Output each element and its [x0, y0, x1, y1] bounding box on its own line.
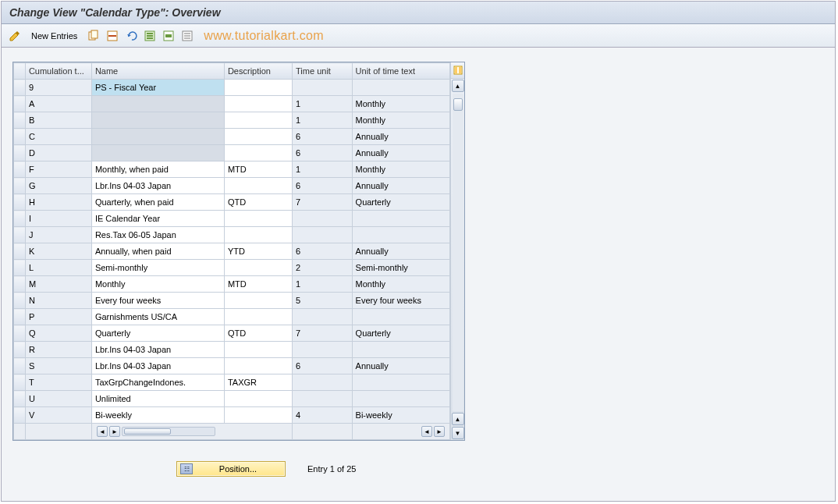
cell-name[interactable]: Garnishments US/CA [91, 309, 224, 325]
cell-name[interactable] [91, 129, 224, 145]
table-row[interactable]: 9PS - Fiscal Year [14, 80, 450, 96]
row-selector[interactable] [14, 145, 26, 161]
table-row[interactable]: D6Annually [14, 145, 450, 161]
row-selector[interactable] [14, 293, 26, 309]
row-selector[interactable] [14, 309, 26, 325]
col-unit-of-time-text[interactable]: Unit of time text [352, 63, 449, 80]
cell-description[interactable] [224, 227, 292, 243]
table-row[interactable]: MMonthlyMTD1Monthly [14, 276, 450, 293]
cell-unit-of-time-text[interactable]: Quarterly [352, 194, 449, 211]
select-block-icon[interactable] [162, 29, 176, 43]
col-cumulation[interactable]: Cumulation t... [25, 63, 91, 80]
cell-time-unit[interactable] [293, 80, 353, 96]
row-selector[interactable] [14, 407, 26, 424]
cell-description[interactable]: TAXGR [224, 374, 292, 391]
cell-name[interactable] [91, 112, 224, 129]
cell-time-unit[interactable]: 5 [293, 293, 353, 309]
cell-name[interactable]: Res.Tax 06-05 Japan [91, 227, 224, 243]
delete-icon[interactable] [105, 29, 119, 43]
cell-unit-of-time-text[interactable]: Bi-weekly [352, 407, 449, 424]
hscroll2-right-button[interactable]: ► [434, 426, 445, 437]
hscroll2-left-button[interactable]: ◄ [421, 426, 432, 437]
cell-cumulation[interactable]: B [25, 112, 91, 129]
cell-cumulation[interactable]: D [25, 145, 91, 161]
cell-description[interactable]: MTD [224, 161, 292, 178]
cell-time-unit[interactable]: 6 [293, 243, 353, 260]
cell-unit-of-time-text[interactable] [352, 391, 449, 407]
cell-description[interactable] [224, 178, 292, 194]
cell-time-unit[interactable]: 6 [293, 178, 353, 194]
cell-cumulation[interactable]: K [25, 243, 91, 260]
cell-description[interactable] [224, 407, 292, 424]
hscroll-track[interactable] [122, 427, 215, 436]
vscroll-thumb[interactable] [453, 98, 463, 111]
undo-icon[interactable] [124, 29, 138, 43]
cell-description[interactable] [224, 112, 292, 129]
select-all-icon[interactable] [143, 29, 157, 43]
col-time-unit[interactable]: Time unit [293, 63, 353, 80]
cell-description[interactable]: YTD [224, 243, 292, 260]
row-selector[interactable] [14, 227, 26, 243]
cell-unit-of-time-text[interactable] [352, 227, 449, 243]
cell-unit-of-time-text[interactable]: Semi-monthly [352, 260, 449, 276]
row-selector[interactable] [14, 96, 26, 112]
row-selector[interactable] [14, 194, 26, 211]
cell-description[interactable] [224, 342, 292, 358]
cell-unit-of-time-text[interactable]: Annually [352, 243, 449, 260]
cell-name[interactable]: Annually, when paid [91, 243, 224, 260]
cell-cumulation[interactable]: G [25, 178, 91, 194]
cell-time-unit[interactable]: 6 [293, 145, 353, 161]
cell-name[interactable]: Monthly, when paid [91, 161, 224, 178]
row-selector[interactable] [14, 342, 26, 358]
cell-cumulation[interactable]: I [25, 211, 91, 227]
cell-cumulation[interactable]: T [25, 374, 91, 391]
row-selector[interactable] [14, 325, 26, 342]
table-row[interactable]: PGarnishments US/CA [14, 309, 450, 325]
table-row[interactable]: TTaxGrpChangeIndones.TAXGR [14, 374, 450, 391]
table-row[interactable]: HQuarterly, when paidQTD7Quarterly [14, 194, 450, 211]
table-row[interactable]: KAnnually, when paidYTD6Annually [14, 243, 450, 260]
row-selector[interactable] [14, 178, 26, 194]
cell-cumulation[interactable]: C [25, 129, 91, 145]
cell-cumulation[interactable]: V [25, 407, 91, 424]
table-row[interactable]: JRes.Tax 06-05 Japan [14, 227, 450, 243]
data-grid[interactable]: Cumulation t... Name Description Time un… [13, 62, 450, 440]
row-selector[interactable] [14, 161, 26, 178]
cell-name[interactable]: Every four weeks [91, 293, 224, 309]
cell-time-unit[interactable] [293, 342, 353, 358]
table-row[interactable]: LSemi-monthly2Semi-monthly [14, 260, 450, 276]
cell-time-unit[interactable] [293, 309, 353, 325]
configure-columns-icon[interactable] [450, 62, 464, 79]
cell-unit-of-time-text[interactable]: Annually [352, 178, 449, 194]
position-button[interactable]: ☷ Position... [176, 461, 286, 477]
table-row[interactable]: GLbr.Ins 04-03 Japan6Annually [14, 178, 450, 194]
cell-cumulation[interactable]: A [25, 96, 91, 112]
cell-time-unit[interactable]: 6 [293, 358, 353, 374]
cell-description[interactable] [224, 129, 292, 145]
cell-unit-of-time-text[interactable] [352, 374, 449, 391]
cell-unit-of-time-text[interactable]: Monthly [352, 96, 449, 112]
cell-time-unit[interactable] [293, 391, 353, 407]
cell-time-unit[interactable] [293, 374, 353, 391]
cell-time-unit[interactable]: 7 [293, 325, 353, 342]
hscroll-right-button[interactable]: ► [109, 426, 120, 437]
cell-name[interactable]: Quarterly [91, 325, 224, 342]
cell-cumulation[interactable]: F [25, 161, 91, 178]
cell-name[interactable] [91, 145, 224, 161]
cell-cumulation[interactable]: U [25, 391, 91, 407]
hscroll-thumb[interactable] [124, 428, 171, 435]
cell-cumulation[interactable]: J [25, 227, 91, 243]
cell-cumulation[interactable]: L [25, 260, 91, 276]
cell-unit-of-time-text[interactable] [352, 211, 449, 227]
col-name[interactable]: Name [91, 63, 224, 80]
cell-time-unit[interactable]: 4 [293, 407, 353, 424]
cell-description[interactable]: MTD [224, 276, 292, 293]
cell-name[interactable]: TaxGrpChangeIndones. [91, 374, 224, 391]
table-row[interactable]: IIE Calendar Year [14, 211, 450, 227]
copy-as-icon[interactable] [87, 29, 101, 43]
cell-name[interactable]: PS - Fiscal Year [91, 80, 224, 96]
cell-description[interactable] [224, 260, 292, 276]
cell-cumulation[interactable]: M [25, 276, 91, 293]
row-selector[interactable] [14, 243, 26, 260]
cell-cumulation[interactable]: 9 [25, 80, 91, 96]
